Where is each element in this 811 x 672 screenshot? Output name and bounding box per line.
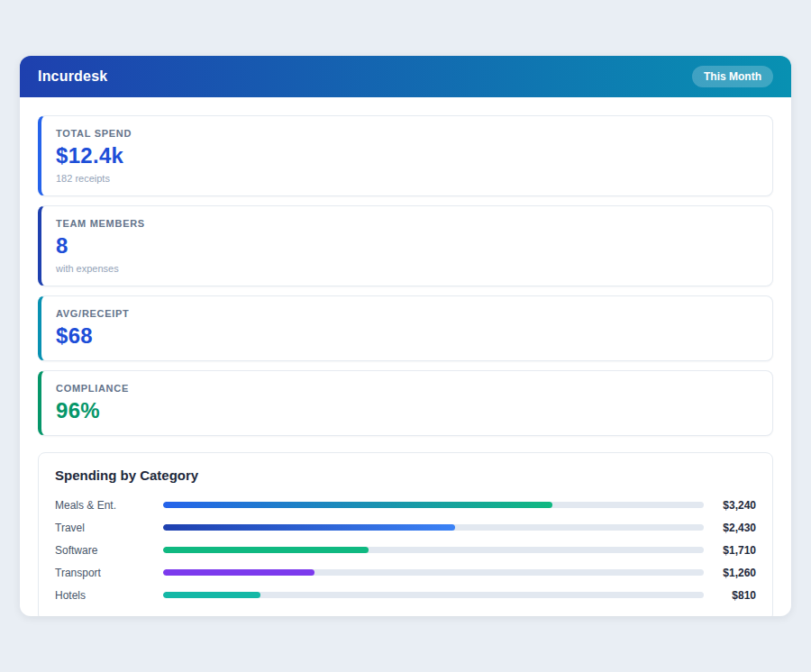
category-bar-track <box>163 502 704 508</box>
stat-label: TOTAL SPEND <box>56 128 758 139</box>
stat-value: $68 <box>56 323 758 349</box>
page-background: Incurdesk This Month TOTAL SPEND $12.4k … <box>0 0 811 672</box>
chart-rows: Meals & Ent. $3,240 Travel $2,430 <box>55 494 756 606</box>
app-title: Incurdesk <box>38 68 107 85</box>
stat-sub: with expenses <box>56 263 758 274</box>
category-label: Travel <box>55 522 163 534</box>
app-header: Incurdesk This Month <box>20 56 791 97</box>
category-label: Hotels <box>55 589 163 602</box>
stat-label: AVG/RECEIPT <box>56 308 758 319</box>
stat-card: TOTAL SPEND $12.4k 182 receipts <box>38 115 773 196</box>
category-bar-track <box>163 569 704 576</box>
stat-value: 8 <box>56 233 758 259</box>
category-row: Software $1,710 <box>55 539 756 561</box>
stat-card: AVG/RECEIPT $68 <box>38 295 773 361</box>
chart-title: Spending by Category <box>55 468 756 483</box>
category-value: $2,430 <box>704 522 756 534</box>
category-label: Transport <box>55 567 163 579</box>
category-value: $1,260 <box>704 567 756 579</box>
category-label: Software <box>55 544 163 557</box>
category-bar-fill <box>163 592 260 598</box>
category-value: $1,710 <box>704 544 756 557</box>
category-bar-fill <box>163 569 314 576</box>
category-bar-fill <box>163 502 552 508</box>
spending-chart-card: Spending by Category Meals & Ent. $3,240… <box>38 452 773 616</box>
dashboard-card: Incurdesk This Month TOTAL SPEND $12.4k … <box>20 56 791 616</box>
category-bar-track <box>163 592 704 598</box>
category-label: Meals & Ent. <box>55 499 163 512</box>
app-body: TOTAL SPEND $12.4k 182 receipts TEAM MEM… <box>20 97 791 616</box>
category-row: Travel $2,430 <box>55 516 756 539</box>
stat-label: TEAM MEMBERS <box>56 218 758 229</box>
category-bar-track <box>163 547 704 553</box>
stat-label: COMPLIANCE <box>56 383 758 394</box>
category-value: $3,240 <box>704 499 756 512</box>
stat-value: 96% <box>56 398 758 423</box>
stat-value: $12.4k <box>56 143 758 168</box>
stat-sub: 182 receipts <box>56 173 758 184</box>
category-bar-fill <box>163 547 369 553</box>
category-bar-track <box>163 524 704 531</box>
category-value: $810 <box>704 589 756 602</box>
category-bar-fill <box>163 524 455 531</box>
category-row: Transport $1,260 <box>55 561 756 584</box>
category-row: Hotels $810 <box>55 584 756 606</box>
stat-card: COMPLIANCE 96% <box>38 370 773 436</box>
stat-card: TEAM MEMBERS 8 with expenses <box>38 205 773 286</box>
category-row: Meals & Ent. $3,240 <box>55 494 756 516</box>
period-badge[interactable]: This Month <box>692 66 773 87</box>
